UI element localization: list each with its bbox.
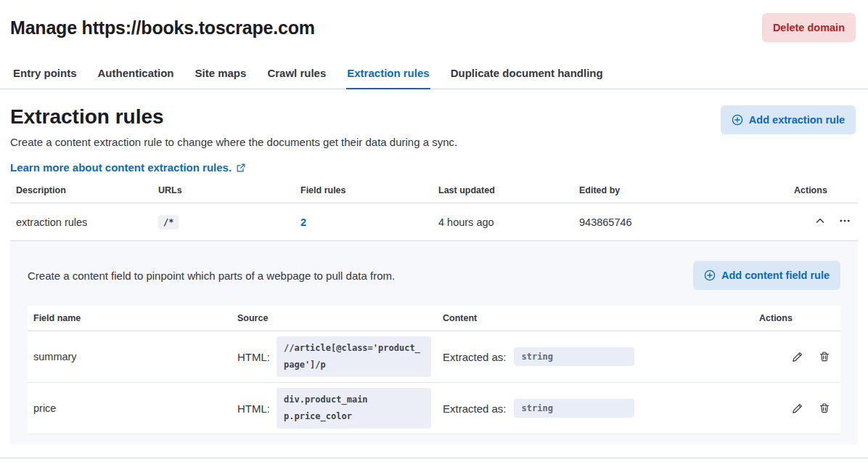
extraction-rules-table: Description URLs Field rules Last update… (10, 177, 858, 241)
col-header-source: Source (232, 306, 437, 331)
extracted-as-label: Extracted as: (443, 351, 507, 363)
rules-table-header-row: Description URLs Field rules Last update… (10, 177, 858, 203)
field-name-cell: price (28, 383, 232, 434)
content-type-value: string (514, 347, 634, 366)
tab-extraction-rules[interactable]: Extraction rules (346, 57, 430, 89)
tab-duplicate-document-handling[interactable]: Duplicate document handling (450, 57, 604, 89)
field-rules-table: Field name Source Content Actions summar… (28, 306, 840, 434)
field-rules-count-link[interactable]: 2 (300, 216, 306, 228)
page-title: Manage https://books.toscrape.com (10, 17, 315, 39)
tab-crawl-rules[interactable]: Crawl rules (266, 57, 327, 89)
add-content-field-rule-label: Add content field rule (721, 270, 830, 281)
rule-urls-badge: /* (158, 215, 179, 230)
panel-description: Create a content field to pinpoint which… (28, 270, 395, 282)
extraction-rules-section-header: Extraction rules Create a content extrac… (0, 89, 868, 174)
delete-field-rule-button[interactable] (817, 349, 832, 364)
tab-authentication[interactable]: Authentication (97, 57, 175, 89)
add-content-field-rule-button[interactable]: Add content field rule (693, 261, 840, 290)
col-header-actions: Actions (788, 177, 858, 203)
field-name-cell: summary (28, 331, 232, 383)
ellipsis-icon (839, 215, 851, 227)
extraction-rule-row: extraction rules /* 2 4 hours ago 943865… (10, 203, 858, 241)
content-type-value: string (514, 399, 634, 418)
edit-field-rule-button[interactable] (790, 401, 805, 416)
chevron-up-icon (814, 215, 826, 227)
col-header-content: Content (437, 306, 753, 331)
trash-icon (819, 402, 830, 414)
source-selector-code: //article[@class='product_page']/p (277, 336, 431, 377)
trash-icon (819, 351, 830, 362)
field-rule-row-price: price HTML: div.product_main p.price_col… (28, 383, 840, 434)
collapse-row-button[interactable] (813, 214, 827, 228)
pencil-icon (792, 351, 803, 362)
col-header-field-actions: Actions (753, 306, 840, 331)
add-extraction-rule-button[interactable]: Add extraction rule (721, 105, 856, 134)
learn-more-label: Learn more about content extraction rule… (10, 161, 232, 174)
tab-site-maps[interactable]: Site maps (195, 57, 247, 89)
rule-last-updated-cell: 4 hours ago (433, 203, 573, 241)
add-extraction-rule-label: Add extraction rule (749, 114, 845, 126)
field-rule-row-summary: summary HTML: //article[@class='product_… (28, 331, 840, 383)
delete-field-rule-button[interactable] (817, 401, 832, 416)
plus-circle-icon (704, 270, 716, 281)
tab-bar: Entry points Authentication Site maps Cr… (0, 57, 868, 89)
edit-field-rule-button[interactable] (790, 349, 805, 364)
page-header: Manage https://books.toscrape.com Delete… (0, 0, 868, 57)
extracted-as-label: Extracted as: (443, 402, 507, 415)
external-link-icon (236, 163, 246, 173)
col-header-field-name: Field name (28, 306, 232, 331)
section-title: Extraction rules (10, 105, 457, 129)
col-header-description: Description (10, 177, 152, 203)
col-header-field-rules: Field rules (295, 177, 433, 203)
source-type-label: HTML: (237, 402, 270, 415)
col-header-edited-by: Edited by (573, 177, 788, 203)
fields-table-header-row: Field name Source Content Actions (28, 306, 840, 331)
rule-edited-by-cell: 943865746 (573, 203, 788, 241)
page-bottom-divider (0, 458, 868, 458)
source-selector-code: div.product_main p.price_color (277, 388, 431, 429)
learn-more-link[interactable]: Learn more about content extraction rule… (10, 161, 246, 174)
source-type-label: HTML: (237, 351, 270, 363)
delete-domain-button[interactable]: Delete domain (762, 13, 856, 42)
rule-more-actions-button[interactable] (838, 214, 852, 228)
rule-description-cell: extraction rules (10, 203, 152, 241)
section-description: Create a content extraction rule to chan… (10, 136, 457, 148)
expanded-rule-panel: Create a content field to pinpoint which… (10, 241, 858, 445)
col-header-urls: URLs (152, 177, 295, 203)
pencil-icon (792, 402, 803, 414)
col-header-last-updated: Last updated (433, 177, 573, 203)
plus-circle-icon (732, 114, 743, 126)
tab-entry-points[interactable]: Entry points (12, 57, 78, 89)
